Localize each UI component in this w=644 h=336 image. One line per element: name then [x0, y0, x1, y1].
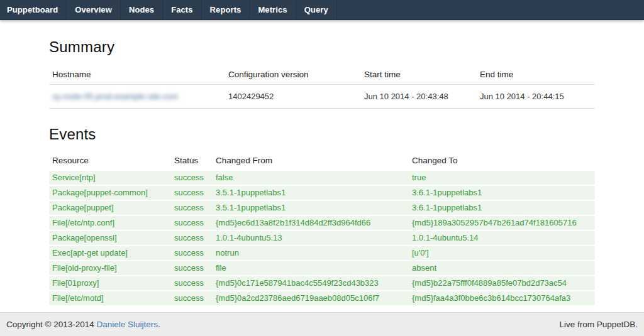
events-table: Resource Status Changed From Changed To … [49, 153, 595, 305]
main-content: Summary Hostname Configuration version S… [49, 38, 595, 305]
summary-col-end-time: End time [477, 64, 595, 85]
event-status-cell: success [171, 200, 213, 215]
event-resource-cell: File[/etc/motd] [49, 290, 171, 305]
event-changed-from-cell: 3.5.1-1puppetlabs1 [213, 200, 409, 215]
page-footer: Copyright © 2013-2014 Daniele Sluijters.… [0, 312, 644, 336]
event-changed-to-cell: 1.0.1-4ubuntu5.14 [409, 230, 595, 245]
event-changed-from-cell: notrun [213, 245, 409, 260]
event-resource-cell: Package[puppet] [49, 200, 171, 215]
event-status-cell: success [171, 245, 213, 260]
event-changed-to-cell: absent [409, 260, 595, 275]
summary-hostname-cell: xy-node-05.prod.example-site.com [49, 85, 225, 109]
events-header-row: Resource Status Changed From Changed To [49, 153, 595, 170]
nav-item-query[interactable]: Query [296, 0, 337, 19]
live-from-puppetdb-text: Live from PuppetDB. [559, 320, 638, 329]
events-col-changed-from: Changed From [213, 153, 409, 170]
summary-col-start-time: Start time [361, 64, 477, 85]
navbar-brand-puppetboard[interactable]: Puppetboard [0, 0, 67, 19]
event-resource-cell: Service[ntp] [49, 170, 171, 185]
event-changed-from-cell: 1.0.1-4ubuntu5.13 [213, 230, 409, 245]
event-resource-cell: File[old-proxy-file] [49, 260, 171, 275]
event-status-cell: success [171, 290, 213, 305]
event-status-cell: success [171, 230, 213, 245]
event-changed-to-cell: [u'0'] [409, 245, 595, 260]
event-changed-to-cell: {md5}b22a75fff0f4889a85fe07bd2d73ac54 [409, 275, 595, 290]
event-status-cell: success [171, 260, 213, 275]
nav-item-facts[interactable]: Facts [163, 0, 201, 19]
event-changed-from-cell: false [213, 170, 409, 185]
event-status-cell: success [171, 275, 213, 290]
nav-item-reports[interactable]: Reports [202, 0, 250, 19]
events-col-changed-to: Changed To [409, 153, 595, 170]
event-changed-to-cell: 3.6.1-1puppetlabs1 [409, 200, 595, 215]
author-link[interactable]: Daniele Sluijters [97, 320, 158, 329]
event-row: Package[puppet] success 3.5.1-1puppetlab… [49, 200, 595, 215]
nav-item-metrics[interactable]: Metrics [250, 0, 296, 19]
summary-heading: Summary [49, 38, 595, 56]
event-row: File[old-proxy-file] success file absent [49, 260, 595, 275]
event-changed-to-cell: {md5}189a3052957b47b261ad74f181605716 [409, 215, 595, 230]
event-changed-to-cell: true [409, 170, 595, 185]
copyright-prefix: Copyright © 2013-2014 [6, 320, 97, 329]
event-resource-cell: File[01proxy] [49, 275, 171, 290]
summary-table: Hostname Configuration version Start tim… [49, 64, 595, 109]
summary-end-time-cell: Jun 10 2014 - 20:44:15 [477, 85, 595, 109]
event-resource-cell: File[/etc/ntp.conf] [49, 215, 171, 230]
event-changed-from-cell: 3.5.1-1puppetlabs1 [213, 185, 409, 200]
copyright-suffix: . [158, 320, 160, 329]
summary-config-version-cell: 1402429452 [225, 85, 361, 109]
event-row: File[/etc/ntp.conf] success {md5}ec6d13a… [49, 215, 595, 230]
summary-col-config-version: Configuration version [225, 64, 361, 85]
summary-row: xy-node-05.prod.example-site.com 1402429… [49, 85, 595, 109]
nav-item-overview[interactable]: Overview [67, 0, 121, 19]
event-changed-from-cell: {md5}ec6d13a8f2b1f314d84d2ff3d964fd66 [213, 215, 409, 230]
event-status-cell: success [171, 185, 213, 200]
event-resource-cell: Exec[apt-get update] [49, 245, 171, 260]
top-navbar: Puppetboard Overview Nodes Facts Reports… [0, 0, 644, 20]
event-row: Package[puppet-common] success 3.5.1-1pu… [49, 185, 595, 200]
event-changed-to-cell: 3.6.1-1puppetlabs1 [409, 185, 595, 200]
events-col-status: Status [171, 153, 213, 170]
summary-header-row: Hostname Configuration version Start tim… [49, 64, 595, 85]
event-row: Exec[apt-get update] success notrun [u'0… [49, 245, 595, 260]
event-changed-from-cell: {md5}0a2cd23786aed6719aaeb08d05c106f7 [213, 290, 409, 305]
event-resource-cell: Package[puppet-common] [49, 185, 171, 200]
summary-section: Summary Hostname Configuration version S… [49, 38, 595, 109]
events-section: Events Resource Status Changed From Chan… [49, 126, 595, 305]
event-row: Service[ntp] success false true [49, 170, 595, 185]
copyright-text: Copyright © 2013-2014 Daniele Sluijters. [6, 320, 160, 329]
nav-item-nodes[interactable]: Nodes [121, 0, 163, 19]
event-row: File[01proxy] success {md5}0c171e587941b… [49, 275, 595, 290]
event-changed-from-cell: {md5}0c171e587941bac4c5549f23cd43b323 [213, 275, 409, 290]
event-row: Package[openssl] success 1.0.1-4ubuntu5.… [49, 230, 595, 245]
event-row: File[/etc/motd] success {md5}0a2cd23786a… [49, 290, 595, 305]
event-status-cell: success [171, 215, 213, 230]
event-changed-to-cell: {md5}faa4a3f0bbe6c3b614bcc1730764afa3 [409, 290, 595, 305]
events-table-body: Service[ntp] success false true Package[… [49, 170, 595, 305]
hostname-link-blurred[interactable]: xy-node-05.prod.example-site.com [52, 92, 178, 101]
summary-col-hostname: Hostname [49, 64, 225, 85]
event-changed-from-cell: file [213, 260, 409, 275]
summary-start-time-cell: Jun 10 2014 - 20:43:48 [361, 85, 477, 109]
event-status-cell: success [171, 170, 213, 185]
events-col-resource: Resource [49, 153, 171, 170]
events-heading: Events [49, 126, 595, 143]
event-resource-cell: Package[openssl] [49, 230, 171, 245]
